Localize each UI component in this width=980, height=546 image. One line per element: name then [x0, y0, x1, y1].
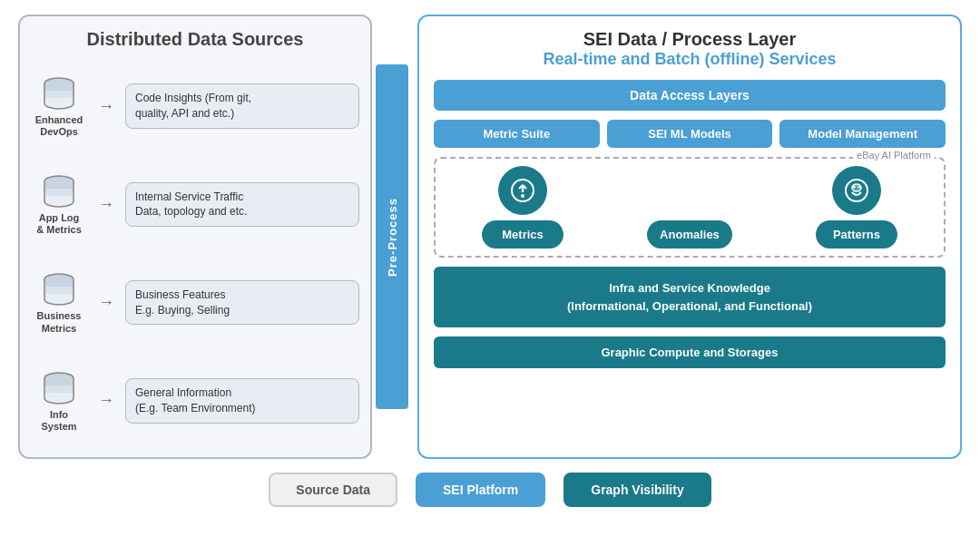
arrow-2: →	[98, 195, 114, 214]
main-container: Distributed Data Sources EnhancedDevOps …	[18, 15, 962, 531]
db-icon-info: InfoSystem	[31, 369, 87, 433]
patterns-col: Patterns	[816, 166, 897, 249]
anomalies-pill: Anomalies	[647, 220, 732, 249]
icons-metrics-row: Metrics Anomalies	[445, 166, 935, 249]
legend-graph-visibility: Graph Visibility	[564, 473, 710, 507]
data-row-1: EnhancedDevOps → Code Insights (From git…	[31, 74, 359, 138]
data-row-2: App Log& Metrics → Internal Service Traf…	[31, 172, 359, 236]
svg-point-8	[521, 194, 524, 198]
metric-suite-box: Metric Suite	[434, 120, 600, 148]
db-label-applog: App Log& Metrics	[36, 212, 82, 236]
right-title: SEI Data / Process Layer Real-time and B…	[434, 29, 946, 69]
db-label-business: BusinessMetrics	[37, 310, 82, 334]
svg-point-12	[858, 186, 860, 189]
db-icon-business: BusinessMetrics	[31, 270, 87, 334]
compute-bar: Graphic Compute and Storages	[434, 336, 946, 368]
ai-platform-wrapper: eBay AI Platform	[434, 157, 946, 258]
pre-process-bar: Pre-Process	[376, 64, 408, 409]
ai-platform-label: eBay AI Platform	[853, 150, 935, 161]
data-row-4: InfoSystem → General Information(E.g. Te…	[31, 369, 359, 433]
infra-bar: Infra and Service Knowledge(Informationa…	[434, 267, 946, 327]
metrics-icon	[498, 166, 547, 215]
middle-band: Pre-Process	[372, 15, 412, 459]
dal-bar: Data Access Layers	[434, 80, 946, 111]
arrow-1: →	[98, 97, 114, 116]
db-label-info: InfoSystem	[41, 409, 76, 433]
arrow-4: →	[98, 391, 114, 410]
legend-row: Source Data SEI Platform Graph Visibilit…	[269, 470, 710, 510]
left-panel: Distributed Data Sources EnhancedDevOps …	[18, 15, 372, 459]
anomalies-col: Anomalies	[647, 166, 732, 249]
db-icon-applog: App Log& Metrics	[31, 172, 87, 236]
left-rows: EnhancedDevOps → Code Insights (From git…	[31, 63, 359, 444]
metrics-pill: Metrics	[482, 220, 564, 249]
patterns-icon	[832, 166, 881, 215]
svg-point-11	[852, 186, 855, 189]
sei-ml-box: SEI ML Models	[607, 120, 773, 148]
db-icon-devops: EnhancedDevOps	[31, 74, 87, 138]
data-box-3: Business FeaturesE.g. Buying, Selling	[125, 280, 359, 326]
right-title-main: SEI Data / Process Layer	[434, 29, 946, 50]
patterns-pill: Patterns	[816, 220, 897, 249]
legend-source-data: Source Data	[269, 473, 397, 507]
left-title: Distributed Data Sources	[31, 29, 359, 50]
right-panel: SEI Data / Process Layer Real-time and B…	[417, 15, 962, 459]
arrow-3: →	[98, 293, 114, 312]
pre-process-label: Pre-Process	[386, 198, 399, 277]
data-box-4: General Information(E.g. Team Environmen…	[125, 378, 359, 424]
model-mgmt-box: Model Management	[779, 120, 946, 148]
mid-row: Metric Suite SEI ML Models Model Managem…	[434, 120, 946, 148]
diagram-area: Distributed Data Sources EnhancedDevOps …	[18, 15, 962, 459]
right-title-sub: Real-time and Batch (offline) Services	[434, 50, 946, 69]
data-box-1: Code Insights (From git,quality, API and…	[125, 83, 359, 129]
data-row-3: BusinessMetrics → Business FeaturesE.g. …	[31, 270, 359, 334]
legend-sei-platform: SEI Platform	[416, 473, 545, 507]
data-box-2: Internal Service TrafficData, topology a…	[125, 182, 359, 228]
metrics-col: Metrics	[482, 166, 564, 249]
db-label-devops: EnhancedDevOps	[35, 114, 83, 138]
